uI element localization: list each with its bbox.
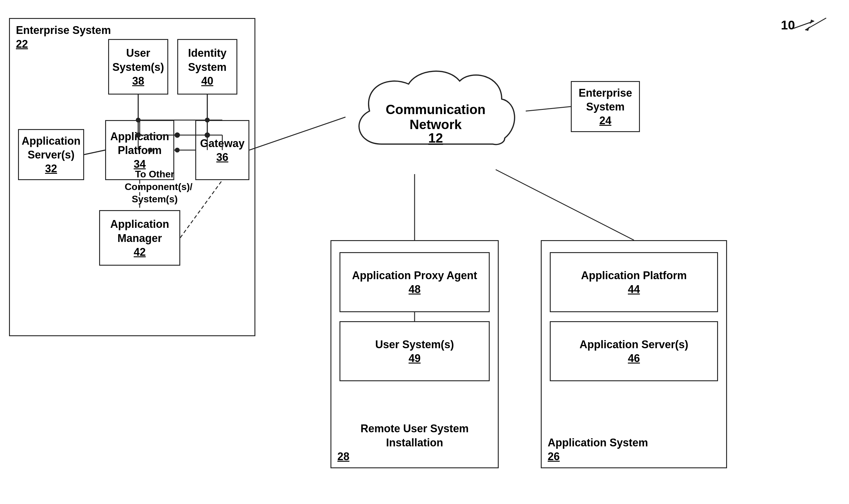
user-systems-38-box: User System(s) 38 bbox=[108, 39, 168, 94]
to-other-label: To Other Component(s)/ System(s) bbox=[125, 168, 185, 205]
user-systems-49-box: User System(s) 49 bbox=[340, 321, 490, 381]
gateway-36-box: Gateway 36 bbox=[195, 120, 249, 180]
communication-network-12: Communication Network 12 bbox=[346, 60, 526, 174]
svg-line-27 bbox=[526, 107, 571, 111]
diagram: 10 Enterprise System 22 Application Serv… bbox=[0, 0, 849, 504]
svg-marker-1 bbox=[810, 19, 814, 24]
svg-text:Communication: Communication bbox=[386, 102, 485, 117]
application-servers-46-box: Application Server(s) 46 bbox=[550, 321, 718, 381]
application-manager-42-box: Application Manager 42 bbox=[99, 210, 180, 266]
application-server-32-box: Application Server(s) 32 bbox=[18, 129, 84, 180]
svg-line-0 bbox=[793, 21, 814, 29]
identity-system-40-box: Identity System 40 bbox=[177, 39, 237, 94]
enterprise-system-24-box: Enterprise System 24 bbox=[571, 81, 640, 132]
svg-text:12: 12 bbox=[428, 130, 443, 145]
application-platform-44-box: Application Platform 44 bbox=[550, 252, 718, 312]
application-proxy-agent-48-box: Application Proxy Agent 48 bbox=[340, 252, 490, 312]
ref-number-10: 10 bbox=[781, 18, 795, 32]
svg-marker-32 bbox=[805, 26, 810, 31]
svg-text:Network: Network bbox=[410, 117, 462, 132]
svg-line-26 bbox=[249, 117, 346, 150]
svg-line-31 bbox=[805, 18, 826, 30]
svg-line-29 bbox=[496, 169, 634, 240]
